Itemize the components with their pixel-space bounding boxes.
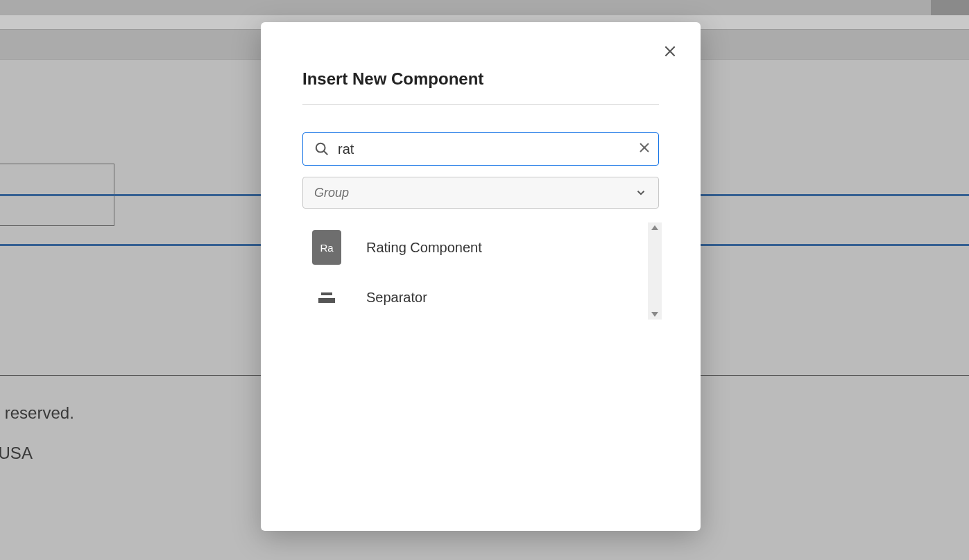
svg-point-2 <box>316 143 325 152</box>
group-select[interactable]: Group <box>302 177 659 209</box>
search-icon <box>314 141 329 157</box>
result-label: Rating Component <box>366 240 482 256</box>
dialog-title: Insert New Component <box>302 69 659 105</box>
result-item-rating-component[interactable]: Ra Rating Component <box>302 222 659 272</box>
svg-line-3 <box>324 151 328 155</box>
result-label: Separator <box>366 290 427 306</box>
clear-search-button[interactable] <box>631 132 658 166</box>
results-list: Ra Rating Component Separator <box>302 222 659 322</box>
close-button[interactable] <box>662 44 678 61</box>
chevron-down-icon <box>635 186 647 199</box>
close-icon <box>663 44 677 61</box>
search-input[interactable] <box>329 141 631 157</box>
search-field[interactable] <box>302 132 659 166</box>
insert-component-dialog: Insert New Component Group <box>261 22 701 531</box>
component-badge-icon: Ra <box>312 230 341 265</box>
scroll-down-arrow-icon[interactable] <box>651 312 658 317</box>
separator-icon <box>312 280 341 315</box>
result-item-separator[interactable]: Separator <box>302 272 659 322</box>
close-icon <box>640 143 649 155</box>
group-select-label: Group <box>314 186 349 200</box>
scroll-up-arrow-icon[interactable] <box>651 225 658 230</box>
results-scrollbar[interactable] <box>648 222 662 320</box>
